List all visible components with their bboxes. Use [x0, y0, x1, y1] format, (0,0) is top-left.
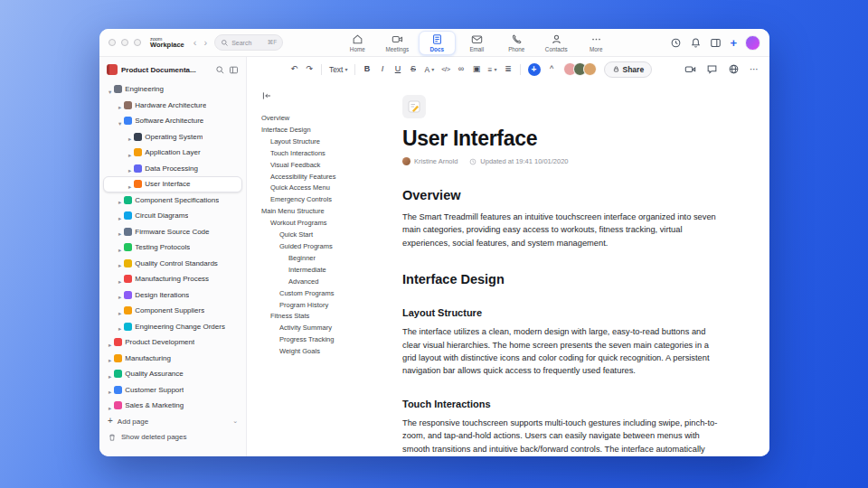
tree-item[interactable]: Testing Protocols: [103, 239, 242, 256]
tab-contacts[interactable]: Contacts: [538, 31, 575, 55]
outline-item[interactable]: Overview: [261, 113, 395, 125]
outline-item[interactable]: Touch Interactions: [261, 148, 395, 160]
tree-item[interactable]: Component Suppliers: [103, 303, 242, 319]
add-page-button[interactable]: + Add page ⌄: [103, 414, 242, 430]
testtube-icon: [124, 243, 132, 251]
collaborator-avatar[interactable]: [583, 62, 597, 76]
tree-item[interactable]: Operating System: [103, 129, 242, 145]
tree-item[interactable]: Data Processing: [103, 161, 242, 177]
tree-item[interactable]: Software Architecture: [103, 113, 242, 129]
undo-icon[interactable]: ↶: [290, 65, 298, 73]
outline-item[interactable]: Accessibility Features: [261, 172, 395, 183]
share-button[interactable]: Share: [604, 61, 653, 78]
tree-item[interactable]: Customer Support: [103, 382, 242, 399]
outline-item[interactable]: Progress Tracking: [261, 334, 395, 346]
tab-email[interactable]: Email: [458, 31, 495, 55]
tab-meetings[interactable]: Meetings: [379, 31, 416, 55]
back-button[interactable]: ‹: [193, 37, 197, 48]
tree-item[interactable]: Manufacturing: [103, 351, 242, 367]
tree-item-label: Component Specifications: [135, 196, 219, 204]
close-window-button[interactable]: [108, 39, 116, 46]
tree-item[interactable]: User Interface: [103, 176, 242, 192]
outline-item[interactable]: Interface Design: [261, 125, 395, 136]
tree-item[interactable]: Quality Assurance: [103, 366, 242, 382]
outline-item[interactable]: Intermediate: [261, 265, 395, 277]
tree-item[interactable]: Hardware Architecture: [103, 98, 242, 114]
new-item-plus-icon[interactable]: +: [730, 37, 737, 49]
align-button[interactable]: ≣: [505, 65, 513, 73]
doc-emoji-icon[interactable]: [402, 95, 426, 118]
tree-item[interactable]: Manufacturing Process: [103, 271, 242, 287]
tree-item[interactable]: Product Development: [103, 334, 242, 351]
zoom-window-button[interactable]: [134, 39, 141, 46]
tab-docs[interactable]: Docs: [419, 31, 456, 55]
link-button[interactable]: ∞: [458, 65, 466, 73]
code-button[interactable]: </>: [441, 66, 449, 73]
side-panel-icon[interactable]: [710, 37, 722, 49]
tab-phone[interactable]: Phone: [498, 31, 535, 55]
add-page-label: Add page: [118, 418, 148, 426]
outline-item[interactable]: Program History: [261, 300, 395, 312]
tree-item-label: Component Suppliers: [135, 306, 204, 314]
sidebar-collapse-icon[interactable]: [229, 65, 239, 75]
user-avatar[interactable]: [745, 35, 760, 51]
globe-icon[interactable]: [728, 63, 740, 75]
outline-item[interactable]: Activity Summary: [261, 323, 395, 334]
clipboard-icon: [124, 196, 132, 204]
tab-home[interactable]: Home: [339, 31, 376, 55]
doc-h3: Touch Interactions: [402, 399, 726, 409]
medal-icon: [114, 370, 122, 378]
tree-item[interactable]: Component Specifications: [103, 192, 242, 209]
show-deleted-pages-button[interactable]: Show deleted pages: [103, 429, 242, 446]
outline-item[interactable]: Layout Structure: [261, 136, 395, 148]
chevron-icon: [118, 303, 121, 319]
titlebar-right-actions: +: [670, 35, 760, 51]
outline-item[interactable]: Advanced: [261, 277, 395, 288]
outline-item[interactable]: Custom Programs: [261, 288, 395, 300]
outline-item[interactable]: Main Menu Structure: [261, 206, 395, 218]
tree-item[interactable]: Firmware Source Code: [103, 224, 242, 240]
redo-icon[interactable]: ↷: [306, 65, 314, 73]
outline-item[interactable]: Quick Access Menu: [261, 183, 395, 194]
tree-item[interactable]: Sales & Marketing: [103, 398, 242, 414]
notifications-bell-icon[interactable]: [690, 37, 702, 49]
italic-button[interactable]: I: [378, 65, 386, 73]
more-options-icon[interactable]: ⋯: [750, 64, 759, 74]
history-clock-icon[interactable]: [670, 37, 682, 49]
minimize-window-button[interactable]: [121, 39, 128, 46]
outline-item[interactable]: Beginner: [261, 253, 395, 265]
insert-block-button[interactable]: +: [528, 63, 541, 76]
image-button[interactable]: ▣: [473, 65, 481, 73]
tree-item[interactable]: Application Layer: [103, 145, 242, 161]
outline-item[interactable]: Guided Programs: [261, 241, 395, 253]
tree-item[interactable]: Circuit Diagrams: [103, 208, 242, 224]
outline-item[interactable]: Weight Goals: [261, 346, 395, 358]
sidebar-search-icon[interactable]: [215, 65, 225, 75]
collapse-toolbar-button[interactable]: ^: [548, 65, 556, 73]
strikethrough-button[interactable]: S: [409, 65, 417, 73]
tab-more[interactable]: More: [578, 31, 615, 55]
tree-item[interactable]: Engineering: [103, 81, 242, 98]
doc-p: The Smart Treadmill features an intuitiv…: [402, 211, 721, 249]
outline-item[interactable]: Emergency Controls: [261, 194, 395, 206]
global-search-input[interactable]: Search ⌘F: [214, 34, 283, 51]
outline-item[interactable]: Visual Feedback: [261, 160, 395, 172]
outline-item[interactable]: Fitness Stats: [261, 311, 395, 323]
chevron-icon: [108, 381, 111, 398]
bold-button[interactable]: B: [363, 65, 371, 73]
forward-button[interactable]: ›: [203, 37, 207, 48]
app-logo: zoom Workplace: [150, 37, 184, 49]
chevron-icon: [118, 208, 121, 224]
tree-item[interactable]: Quality Control Standards: [103, 256, 242, 272]
text-style-dropdown[interactable]: Text ▾: [329, 65, 348, 74]
outline-item[interactable]: Workout Programs: [261, 218, 395, 230]
list-button[interactable]: ≡ ▾: [488, 65, 497, 74]
tree-item[interactable]: Design Iterations: [103, 287, 242, 304]
underline-button[interactable]: U: [393, 65, 401, 73]
tree-item[interactable]: Engineering Change Orders: [103, 319, 242, 335]
outline-item[interactable]: Quick Start: [261, 230, 395, 241]
comment-bubble-icon[interactable]: [706, 63, 718, 75]
video-camera-icon[interactable]: [684, 63, 696, 75]
text-color-button[interactable]: A ▾: [424, 65, 434, 74]
collapse-outline-button[interactable]: [261, 89, 272, 105]
